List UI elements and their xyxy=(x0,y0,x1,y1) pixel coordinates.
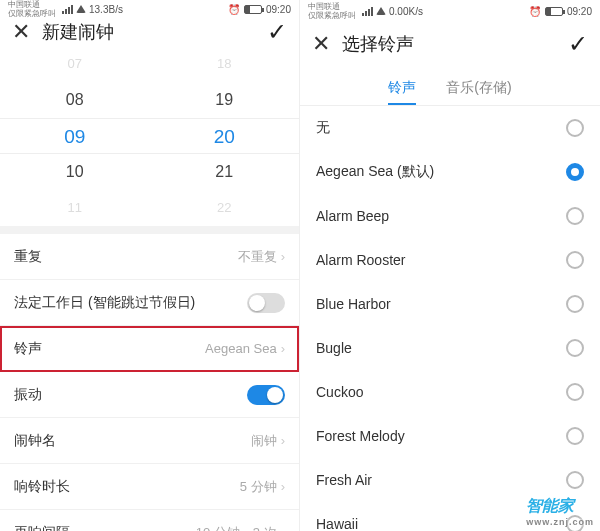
ringtone-item[interactable]: Fresh Air xyxy=(300,458,600,502)
row-label: 铃声 xyxy=(14,340,205,358)
row-label: 响铃时长 xyxy=(14,478,240,496)
radio-icon[interactable] xyxy=(566,119,584,137)
net-speed: 13.3B/s xyxy=(89,4,123,15)
row-label: 法定工作日 (智能跳过节假日) xyxy=(14,294,247,312)
radio-icon[interactable] xyxy=(566,163,584,181)
clock-time: 09:20 xyxy=(567,6,592,17)
minute-option[interactable]: 18 xyxy=(150,46,300,82)
minute-option[interactable]: 19 xyxy=(150,82,300,118)
emergency-label: 仅限紧急呼叫 xyxy=(308,11,356,20)
chevron-right-icon: › xyxy=(281,433,285,448)
ringtone-item[interactable]: 无 xyxy=(300,106,600,150)
page-title: 选择铃声 xyxy=(336,32,568,56)
radio-icon[interactable] xyxy=(566,251,584,269)
row-ringtone[interactable]: 铃声 Aegean Sea› xyxy=(0,326,299,372)
radio-icon[interactable] xyxy=(566,207,584,225)
radio-icon[interactable] xyxy=(566,339,584,357)
hour-option[interactable]: 07 xyxy=(0,46,150,82)
radio-icon[interactable] xyxy=(566,471,584,489)
hour-wheel[interactable]: 07 08 09 10 11 xyxy=(0,46,150,226)
close-icon[interactable]: ✕ xyxy=(312,31,336,57)
hour-option[interactable]: 10 xyxy=(0,154,150,190)
row-workday[interactable]: 法定工作日 (智能跳过节假日) xyxy=(0,280,299,326)
page-title: 新建闹钟 xyxy=(36,20,267,44)
ringtone-label: Alarm Beep xyxy=(316,208,566,224)
radio-icon[interactable] xyxy=(566,383,584,401)
row-value: 5 分钟 xyxy=(240,478,277,496)
alarm-icon: ⏰ xyxy=(529,6,541,17)
carrier-label: 中国联通 xyxy=(308,2,356,11)
clock-time: 09:20 xyxy=(266,4,291,15)
battery-icon xyxy=(244,5,262,14)
row-value: 闹钟 xyxy=(251,432,277,450)
ringtone-label: Aegean Sea (默认) xyxy=(316,163,566,181)
minute-selected[interactable]: 20 xyxy=(150,118,300,154)
ringtone-label: Bugle xyxy=(316,340,566,356)
status-bar: 中国联通 仅限紧急呼叫 0.00K/s ⏰ 09:20 xyxy=(300,0,600,22)
status-bar: 中国联通 仅限紧急呼叫 13.3B/s ⏰ 09:20 xyxy=(0,0,299,18)
wifi-icon xyxy=(376,7,386,15)
ringtone-label: Fresh Air xyxy=(316,472,566,488)
row-label: 振动 xyxy=(14,386,247,404)
close-icon[interactable]: ✕ xyxy=(12,19,36,45)
row-vibrate[interactable]: 振动 xyxy=(0,372,299,418)
row-label: 闹钟名 xyxy=(14,432,251,450)
settings-list: 重复 不重复› 法定工作日 (智能跳过节假日) 铃声 Aegean Sea› 振… xyxy=(0,234,299,531)
ringtone-item[interactable]: Alarm Beep xyxy=(300,194,600,238)
workday-toggle[interactable] xyxy=(247,293,285,313)
ringtone-item[interactable]: Hawaii xyxy=(300,502,600,531)
chevron-right-icon: › xyxy=(281,341,285,356)
ringtone-label: Forest Melody xyxy=(316,428,566,444)
ringtone-label: Hawaii xyxy=(316,516,566,531)
time-picker[interactable]: 07 08 09 10 11 18 19 20 21 22 xyxy=(0,46,299,234)
ringtone-item[interactable]: Blue Harbor xyxy=(300,282,600,326)
header: ✕ 新建闹钟 ✓ xyxy=(0,18,299,46)
confirm-icon[interactable]: ✓ xyxy=(568,30,588,58)
row-label: 再响间隔 xyxy=(14,524,196,532)
ringtone-label: Alarm Rooster xyxy=(316,252,566,268)
alarm-icon: ⏰ xyxy=(228,4,240,15)
minute-wheel[interactable]: 18 19 20 21 22 xyxy=(150,46,300,226)
confirm-icon[interactable]: ✓ xyxy=(267,18,287,46)
signal-icon xyxy=(362,7,373,16)
header: ✕ 选择铃声 ✓ xyxy=(300,22,600,66)
ringtone-item[interactable]: Cuckoo xyxy=(300,370,600,414)
row-repeat[interactable]: 重复 不重复› xyxy=(0,234,299,280)
row-value: 不重复 xyxy=(238,248,277,266)
ringtone-label: 无 xyxy=(316,119,566,137)
net-speed: 0.00K/s xyxy=(389,6,423,17)
hour-option[interactable]: 11 xyxy=(0,190,150,226)
row-value: Aegean Sea xyxy=(205,341,277,356)
radio-icon[interactable] xyxy=(566,295,584,313)
minute-option[interactable]: 21 xyxy=(150,154,300,190)
carrier-label: 中国联通 xyxy=(8,0,56,9)
ringtone-item[interactable]: Alarm Rooster xyxy=(300,238,600,282)
ringtone-item[interactable]: Bugle xyxy=(300,326,600,370)
tab-bar: 铃声 音乐(存储) xyxy=(300,66,600,106)
wifi-icon xyxy=(76,5,86,13)
battery-icon xyxy=(545,7,563,16)
chevron-right-icon: › xyxy=(281,249,285,264)
row-duration[interactable]: 响铃时长 5 分钟› xyxy=(0,464,299,510)
radio-icon[interactable] xyxy=(566,427,584,445)
minute-option[interactable]: 22 xyxy=(150,190,300,226)
row-alarm-name[interactable]: 闹钟名 闹钟› xyxy=(0,418,299,464)
ringtone-label: Cuckoo xyxy=(316,384,566,400)
ringtone-item[interactable]: Forest Melody xyxy=(300,414,600,458)
row-label: 重复 xyxy=(14,248,238,266)
emergency-label: 仅限紧急呼叫 xyxy=(8,9,56,18)
select-ringtone-screen: 中国联通 仅限紧急呼叫 0.00K/s ⏰ 09:20 ✕ 选择铃声 ✓ 铃声 … xyxy=(300,0,600,531)
tab-ringtones[interactable]: 铃声 xyxy=(388,79,416,105)
signal-icon xyxy=(62,5,73,14)
tab-music[interactable]: 音乐(存储) xyxy=(446,79,511,105)
vibrate-toggle[interactable] xyxy=(247,385,285,405)
ringtone-list: 无Aegean Sea (默认)Alarm BeepAlarm RoosterB… xyxy=(300,106,600,531)
hour-selected[interactable]: 09 xyxy=(0,118,150,154)
row-snooze[interactable]: 再响间隔 10 分钟，3 次› xyxy=(0,510,299,531)
ringtone-item[interactable]: Aegean Sea (默认) xyxy=(300,150,600,194)
chevron-right-icon: › xyxy=(281,525,285,531)
new-alarm-screen: 中国联通 仅限紧急呼叫 13.3B/s ⏰ 09:20 ✕ 新建闹钟 ✓ 07 … xyxy=(0,0,300,531)
hour-option[interactable]: 08 xyxy=(0,82,150,118)
row-value: 10 分钟，3 次 xyxy=(196,524,277,532)
radio-icon[interactable] xyxy=(566,515,584,531)
